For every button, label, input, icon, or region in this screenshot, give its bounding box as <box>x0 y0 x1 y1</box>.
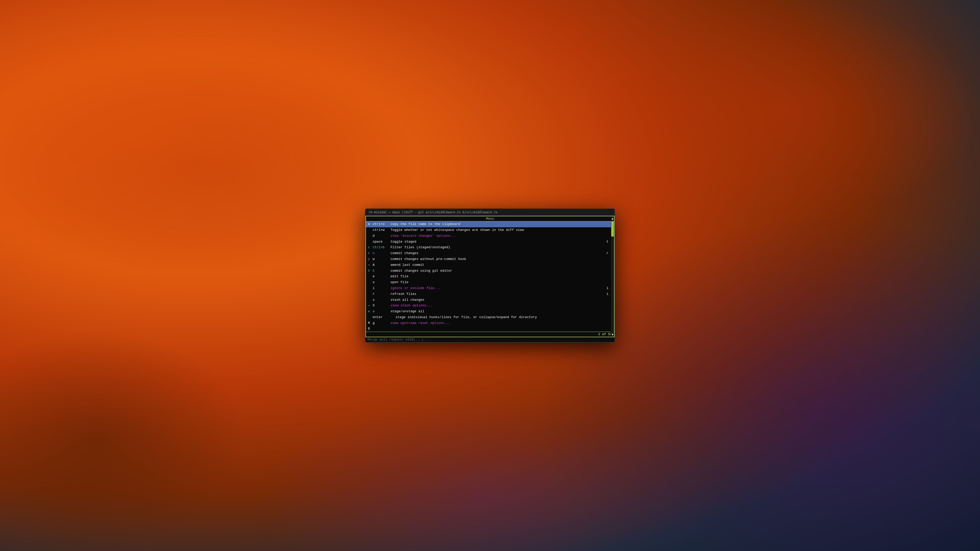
menu-item-8[interactable]: h C commit changes using git editor <box>366 268 614 274</box>
footer-line: 1 of 51 <box>366 332 614 337</box>
menu-item-15[interactable]: e a stage/unstage all <box>366 309 614 314</box>
title-bar: rk-minimal → main ||diff --git a/src/mid… <box>366 209 614 216</box>
menu-item-0[interactable]: m ctrl+o copy the file name to the clipb… <box>366 221 614 227</box>
menu-item-12[interactable]: r refresh files i <box>366 291 614 297</box>
menu-items-list: m ctrl+o copy the file name to the clipb… <box>366 221 614 332</box>
right-char-3: t <box>606 239 608 245</box>
title-bar-text: rk-minimal → main ||diff --git a/src/mid… <box>369 210 498 214</box>
key-15: a <box>372 309 390 314</box>
page-info: 1 of 51 <box>598 332 612 336</box>
left-char-18: B <box>368 327 372 331</box>
key-2: d <box>372 233 390 239</box>
desc-16: stage individual hunks/lines for file, o… <box>396 315 537 320</box>
key-9: e <box>372 274 390 279</box>
left-char-14: — <box>368 303 372 308</box>
menu-item-3[interactable]: space toggle staged t <box>366 239 614 245</box>
menu-item-4[interactable]: c ctrl+b Filter files (staged/unstaged) <box>366 245 614 251</box>
key-17: g <box>372 321 390 326</box>
desc-9: edit file <box>390 274 408 279</box>
desc-7: amend last commit <box>390 262 425 268</box>
key-11: i <box>372 286 390 291</box>
menu-container: Menu ▲ ▼ m ctrl+o copy the file name to … <box>366 216 614 337</box>
key-13: s <box>372 297 390 303</box>
desc-1: Toggle whether or not whitespace changes… <box>390 227 524 233</box>
scrollbar[interactable]: ▲ ▼ <box>611 216 614 337</box>
key-8: C <box>372 268 390 274</box>
desc-0: copy the file name to the clipboard <box>390 222 460 227</box>
menu-item-9[interactable]: e edit file <box>366 274 614 279</box>
key-4: ctrl+b <box>372 245 390 250</box>
menu-item-7[interactable]: — A amend last commit <box>366 262 614 268</box>
left-char-15: e <box>368 309 372 314</box>
left-char-6: p <box>368 257 372 262</box>
desc-17: view upstream reset options... <box>390 321 450 326</box>
key-14: S <box>372 303 390 308</box>
desc-8: commit changes using git editor <box>390 268 452 274</box>
scroll-up-arrow[interactable]: ▲ <box>612 216 614 221</box>
key-0: ctrl+o <box>372 222 390 227</box>
key-5: c <box>372 251 390 256</box>
key-6: w <box>372 257 390 262</box>
left-char-8: h <box>368 268 372 273</box>
right-char-11: i <box>606 286 608 291</box>
desc-15: stage/unstage all <box>390 309 425 314</box>
terminal-window: rk-minimal → main ||diff --git a/src/mid… <box>365 208 615 343</box>
key-16: enter <box>372 315 396 320</box>
menu-title-bar: Menu <box>366 216 614 221</box>
menu-item-10[interactable]: o open file <box>366 279 614 286</box>
menu-item-11[interactable]: i ignore or exclude file... i <box>366 286 614 291</box>
menu-item-17[interactable]: M g view upstream reset options... <box>366 321 614 326</box>
key-3: space <box>372 239 390 245</box>
desc-13: stash all changes <box>390 297 425 303</box>
left-char-7: — <box>368 263 372 268</box>
scroll-down-arrow[interactable]: ▼ <box>612 332 614 337</box>
desc-2: view 'discard changes' options... <box>390 233 456 239</box>
desc-4: Filter files (staged/unstaged) <box>390 245 450 250</box>
bottom-line: Merge pull request #410(...). <box>366 337 614 342</box>
key-12: r <box>372 292 390 297</box>
left-char-4: c <box>368 245 372 250</box>
menu-item-1[interactable]: ctrl+w Toggle whether or not whitespace … <box>366 227 614 233</box>
menu-item-2[interactable]: d view 'discard changes' options... <box>366 233 614 239</box>
desc-12: refresh files <box>390 292 606 297</box>
menu-item-18: B <box>366 326 614 332</box>
desc-10: open file <box>390 280 408 285</box>
key-7: A <box>372 262 390 268</box>
left-char-5: c <box>368 251 372 256</box>
menu-item-16[interactable]: enter stage individual hunks/lines for f… <box>366 314 614 321</box>
menu-item-6[interactable]: p w commit changes without pre-commit ho… <box>366 256 614 262</box>
menu-item-13[interactable]: s stash all changes <box>366 297 614 303</box>
menu-item-14[interactable]: — S view stash options... <box>366 303 614 309</box>
desc-3: toggle staged <box>390 239 606 245</box>
right-char-12: i <box>606 292 608 297</box>
menu-title-label: Menu <box>486 217 494 221</box>
left-char-17: M <box>368 321 372 326</box>
desc-14: view stash options... <box>390 303 432 308</box>
left-char-0: m <box>368 222 372 227</box>
right-char-5: r <box>606 251 608 256</box>
desc-6: commit changes without pre-commit hook <box>390 257 466 262</box>
key-10: o <box>372 280 390 285</box>
scroll-thumb[interactable] <box>611 221 614 237</box>
bottom-text: Merge pull request #410(...). <box>368 338 425 341</box>
desc-11: ignore or exclude file... <box>390 286 606 291</box>
key-1: ctrl+w <box>372 227 390 233</box>
desc-5: commit changes <box>390 251 606 256</box>
menu-item-5[interactable]: c c commit changes r <box>366 251 614 256</box>
